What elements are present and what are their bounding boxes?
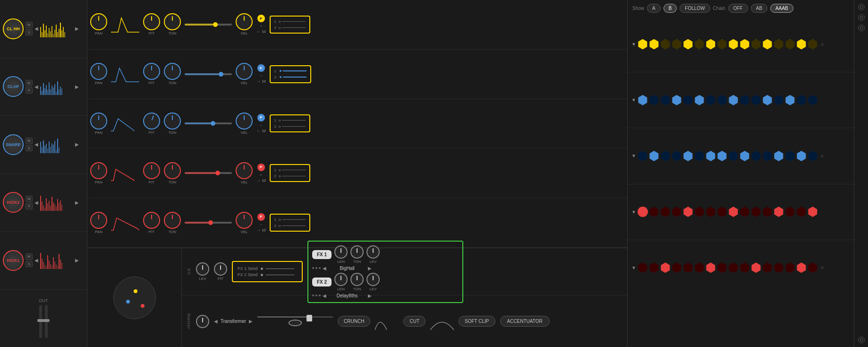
seq-step-clhh-13[interactable] [774,39,784,50]
nav-right-kick1[interactable]: ▶ [75,258,79,263]
mute-btn-clap[interactable]: M [26,80,33,87]
seq-step-clhh-1[interactable] [638,39,648,50]
seq-step-kick2-8[interactable] [717,207,727,217]
seq-step-kick1-1[interactable] [638,262,648,273]
pan-knob-kick1[interactable] [90,212,107,229]
p-indicator-kick1[interactable]: P [257,213,265,221]
pit-knob-kick1[interactable] [143,212,160,229]
mute-btn-kick2[interactable]: M [26,196,33,202]
seq-step-kick2-13[interactable] [774,207,784,217]
seq-step-kick1-9[interactable] [728,262,739,273]
seq-step-kick1-14[interactable] [785,262,795,273]
drum-pad-kick2[interactable]: KICK2 [3,192,24,213]
vel-knob-clap[interactable] [236,63,253,80]
seq-step-clhh-11[interactable] [751,39,761,50]
p-indicator-snare[interactable]: P [257,114,265,121]
pit-knob-clhh[interactable] [143,13,160,30]
seq-step-clap-9[interactable] [728,95,739,105]
seq-step-clap-16[interactable] [808,95,818,105]
seq-expand-kick1[interactable]: ▼ [631,265,636,270]
seq-step-clhh-4[interactable] [672,39,682,50]
seq-expand-clhh[interactable]: ▼ [631,42,636,47]
crunch-button[interactable]: CRUNCH [338,316,370,327]
seq-step-snare-10[interactable] [740,151,750,161]
ton-knob-kick2[interactable] [164,162,181,179]
seq-step-kick1-16[interactable] [808,262,818,273]
pit-knob-kick2[interactable] [143,162,160,179]
drum-pad-clhh[interactable]: CL HH [3,18,24,39]
fx1-len-knob[interactable] [334,245,348,259]
seq-step-clhh-3[interactable] [660,39,671,50]
seq-step-clhh-10[interactable] [740,39,750,50]
solo-btn-kick1[interactable]: S [26,261,33,268]
seq-step-clhh-5[interactable] [683,39,693,50]
seq-step-clhh-2[interactable] [649,39,659,50]
seq-step-clap-13[interactable] [774,95,784,105]
seq-step-kick2-7[interactable] [706,207,716,217]
solo-btn-snare[interactable]: S [26,145,33,152]
seq-step-kick2-4[interactable] [672,207,682,217]
seq-step-snare-11[interactable] [751,151,761,161]
seq-step-kick1-5[interactable] [683,262,693,273]
seq-step-kick2-11[interactable] [751,207,761,217]
mute-btn-kick1[interactable]: M [26,253,33,260]
seq-step-kick2-14[interactable] [785,207,795,217]
nav-right-snare[interactable]: ▶ [75,142,79,147]
seq-step-snare-12[interactable] [762,151,773,161]
seq-step-snare-14[interactable] [785,151,795,161]
fx2-lev-knob[interactable] [366,273,380,286]
seq-step-clhh-15[interactable] [796,39,807,50]
seq-step-kick1-6[interactable] [694,262,705,273]
chain-ab-btn[interactable]: AB [751,4,767,13]
seq-step-kick1-8[interactable] [717,262,727,273]
seq-step-clhh-6[interactable] [694,39,705,50]
settings-icon-1[interactable] [858,4,865,10]
seq-step-snare-7[interactable] [706,151,716,161]
chain-aaab-btn[interactable]: AAAB [770,4,793,13]
seq-step-kick1-4[interactable] [672,262,682,273]
follow-btn[interactable]: FOLLOW [680,4,710,13]
seq-step-kick2-12[interactable] [762,207,773,217]
seq-step-kick1-15[interactable] [796,262,807,273]
seq-step-kick1-7[interactable] [706,262,716,273]
seq-step-kick2-6[interactable] [694,207,705,217]
seq-step-clap-2[interactable] [649,95,659,105]
vel-knob-kick1[interactable] [236,212,253,229]
fx2-ton-knob[interactable] [350,273,364,286]
kick2-active-indicator[interactable] [638,207,648,217]
drum-pad-kick1[interactable]: KICK1 [3,250,24,271]
settings-icon-3[interactable] [858,25,865,31]
nav-left-kick1[interactable]: ◀ [34,258,38,263]
pan-knob-snare[interactable] [90,113,107,130]
seq-step-snare-1[interactable] [638,151,648,161]
seq-step-clap-7[interactable] [706,95,716,105]
solo-btn-kick2[interactable]: S [26,203,33,209]
p-indicator-kick2[interactable]: P [257,164,265,171]
pan-knob-clap[interactable] [90,63,107,80]
ton-knob-kick1[interactable] [164,212,181,229]
nav-right-clhh[interactable]: ▶ [75,26,79,31]
mute-btn-snare[interactable]: M [26,138,33,144]
seq-step-clap-6[interactable] [694,95,705,105]
seq-expand-clap[interactable]: ▼ [631,97,636,103]
fx2-button[interactable]: FX 2 [312,278,332,286]
seq-step-clhh-9[interactable] [728,39,739,50]
cut-button[interactable]: CUT [403,316,425,327]
seq-step-clhh-8[interactable] [717,39,727,50]
nav-left-clhh[interactable]: ◀ [34,26,38,31]
seq-step-kick1-13[interactable] [774,262,784,273]
seq-step-clap-10[interactable] [740,95,750,105]
fx1-button[interactable]: FX 1 [312,250,332,259]
drum-pad-clap[interactable]: CLAP [3,76,24,97]
vel-knob-snare[interactable] [236,113,253,130]
pit-knob-snare[interactable] [141,110,162,132]
transformer-next[interactable]: ▶ [249,319,253,324]
seq-step-snare-13[interactable] [774,151,784,161]
seq-step-snare-8[interactable] [717,151,727,161]
seq-step-snare-5[interactable] [683,151,693,161]
seq-step-kick2-9[interactable] [728,207,739,217]
nav-left-clap[interactable]: ◀ [34,84,38,89]
pit-knob-clap[interactable] [143,63,160,80]
fx1-nav-prev[interactable]: ◀ [323,266,326,271]
kit-pit-knob[interactable] [214,262,227,276]
